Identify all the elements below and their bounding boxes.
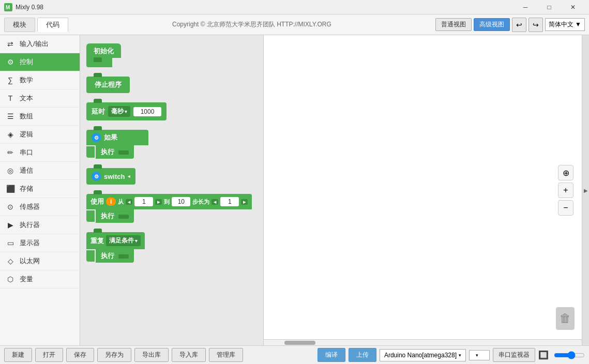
sidebar-item-array[interactable]: ☰ 数组 [0, 108, 80, 126]
app-icon: M [4, 3, 12, 11]
sidebar-item-ethernet[interactable]: ◇ 以太网 [0, 252, 80, 270]
serial-monitor-button[interactable]: 串口监视器 [493, 348, 535, 362]
block-init-label: 初始化 [94, 47, 114, 55]
chevron-right-icon: ▸ [155, 199, 162, 205]
maximize-button[interactable]: □ [537, 0, 561, 14]
ethernet-icon: ◇ [5, 256, 16, 266]
sidebar-item-math[interactable]: ∑ 数学 [0, 71, 80, 89]
variable-icon: ⬡ [5, 274, 16, 284]
sidebar-item-label: 控制 [20, 57, 33, 67]
scrollbar-thumb [284, 341, 315, 345]
delay-value-input[interactable] [133, 107, 161, 116]
sidebar-item-text[interactable]: T 文本 [0, 89, 80, 108]
titlebar: M Mixly 0.98 ─ □ ✕ [0, 0, 589, 14]
minimize-button[interactable]: ─ [514, 0, 537, 14]
toolbar: 模块 代码 Copyright © 北京师范大学米思齐团队 HTTP://MIX… [0, 14, 589, 35]
block-while-label: 重复 [90, 236, 104, 246]
for-step-input[interactable] [220, 197, 239, 206]
array-icon: ☰ [5, 111, 16, 122]
body-area: ⇄ 输入/输出 ⚙ 控制 ∑ 数学 T 文本 ☰ 数组 ◈ 逻辑 [0, 35, 589, 345]
new-button[interactable]: 新建 [4, 348, 32, 362]
sidebar-item-logic[interactable]: ◈ 逻辑 [0, 126, 80, 144]
while-cond-dropdown[interactable]: 满足条件 ▾ [106, 235, 141, 246]
sidebar-item-serial[interactable]: ✏ 串口 [0, 144, 80, 162]
switch-gear-icon: ⚙ [92, 172, 101, 181]
tab-code[interactable]: 代码 [37, 18, 68, 32]
sidebar-item-label: 显示器 [20, 238, 40, 248]
sidebar-item-variable[interactable]: ⬡ 变量 [0, 270, 80, 289]
open-button[interactable]: 打开 [35, 348, 63, 362]
for-to-input[interactable] [172, 197, 190, 206]
input-output-icon: ⇄ [5, 39, 16, 49]
upload-button[interactable]: 上传 [349, 348, 376, 362]
block-while[interactable]: 重复 满足条件 ▾ 执行 [86, 232, 257, 263]
sidebar-item-label: 输入/输出 [20, 39, 49, 49]
actuator-icon: ▶ [5, 220, 16, 230]
close-button[interactable]: ✕ [561, 0, 585, 14]
sidebar-item-label: 传感器 [20, 202, 40, 211]
delay-unit-dropdown[interactable]: 毫秒 ▾ [108, 106, 130, 117]
board-chevron-icon: ▾ [459, 353, 461, 358]
export-lib-button[interactable]: 导出库 [134, 348, 169, 362]
zoom-out-button[interactable]: − [558, 200, 573, 216]
zoom-in-button[interactable]: + [558, 183, 573, 198]
manage-button[interactable]: 管理库 [209, 348, 243, 362]
chevron-left2-icon: ◂ [212, 199, 218, 205]
sidebar-item-label: 串口 [20, 148, 33, 157]
horizontal-scrollbar[interactable] [264, 339, 582, 345]
trash-area[interactable]: 🗑 [556, 307, 575, 330]
block-init[interactable]: 初始化 [86, 43, 257, 67]
redo-button[interactable]: ↪ [528, 18, 543, 32]
sidebar-item-label: 存储 [20, 184, 33, 193]
sidebar-item-label: 通信 [20, 166, 33, 175]
for-from-input[interactable] [134, 197, 153, 206]
block-if-label: 如果 [104, 133, 117, 142]
block-if-sub-label: 执行 [101, 148, 114, 156]
block-if[interactable]: ⚙ 如果 执行 [86, 130, 257, 159]
control-icon: ⚙ [5, 57, 16, 67]
math-icon: ∑ [5, 75, 16, 85]
serial-icon: ✏ [5, 147, 16, 158]
sidebar-item-label: 数学 [20, 75, 33, 85]
block-delay[interactable]: 延时 毫秒 ▾ [86, 102, 257, 120]
storage-icon: ⬛ [5, 184, 16, 194]
view-advanced-button[interactable]: 高级视图 [474, 18, 510, 31]
block-panel: 初始化 停止程序 [80, 35, 264, 345]
port-select[interactable]: ▾ [469, 350, 490, 360]
bottombar: 新建 打开 保存 另存为 导出库 导入库 管理库 编译 上传 Arduino N… [0, 345, 589, 364]
block-for[interactable]: 使用 i 从 ◂ ▸ 到 步长为 ◂ ▸ [86, 194, 257, 223]
zoom-fit-button[interactable]: ⊕ [558, 165, 573, 180]
block-switch[interactable]: ⚙ switch ◂ [86, 168, 257, 185]
sidebar-item-label: 文本 [20, 94, 33, 103]
sidebar-item-sensor[interactable]: ⊙ 传感器 [0, 198, 80, 216]
main-layout: 模块 代码 Copyright © 北京师范大学米思齐团队 HTTP://MIX… [0, 14, 589, 364]
sidebar-item-label: 变量 [20, 275, 33, 284]
view-normal-button[interactable]: 普通视图 [435, 18, 472, 31]
save-button[interactable]: 保存 [66, 348, 94, 362]
block-stop[interactable]: 停止程序 [86, 77, 257, 93]
tab-blocks[interactable]: 模块 [4, 18, 35, 32]
sidebar-item-storage[interactable]: ⬛ 存储 [0, 180, 80, 198]
language-select[interactable]: 简体中文 ▼ [545, 18, 585, 31]
save-as-button[interactable]: 另存为 [97, 348, 131, 362]
copyright-text: Copyright © 北京师范大学米思齐团队 HTTP://MIXLY.ORG [70, 20, 433, 29]
board-select[interactable]: Arduino Nano[atmega328] ▾ [380, 349, 466, 361]
sidebar-item-display[interactable]: ▭ 显示器 [0, 234, 80, 252]
sidebar-item-control[interactable]: ⚙ 控制 [0, 53, 80, 71]
block-for-sub-label: 执行 [101, 212, 114, 220]
sidebar-item-actuator[interactable]: ▶ 执行器 [0, 216, 80, 234]
handle-icon: ▶ [584, 188, 588, 193]
compile-button[interactable]: 编译 [318, 348, 345, 362]
import-lib-button[interactable]: 导入库 [172, 348, 206, 362]
port-chevron-icon: ▾ [476, 353, 478, 358]
block-while-sub-label: 执行 [101, 252, 114, 260]
right-panel-handle[interactable]: ▶ [582, 35, 589, 345]
undo-button[interactable]: ↩ [512, 18, 526, 32]
comm-icon: ◎ [5, 165, 16, 176]
chevron-left-icon: ◂ [126, 199, 132, 205]
sidebar-item-input-output[interactable]: ⇄ 输入/输出 [0, 35, 80, 53]
sidebar-item-label: 数组 [20, 112, 33, 121]
block-stop-label: 停止程序 [95, 81, 122, 88]
sidebar-item-comm[interactable]: ◎ 通信 [0, 162, 80, 180]
zoom-slider[interactable] [554, 351, 585, 359]
